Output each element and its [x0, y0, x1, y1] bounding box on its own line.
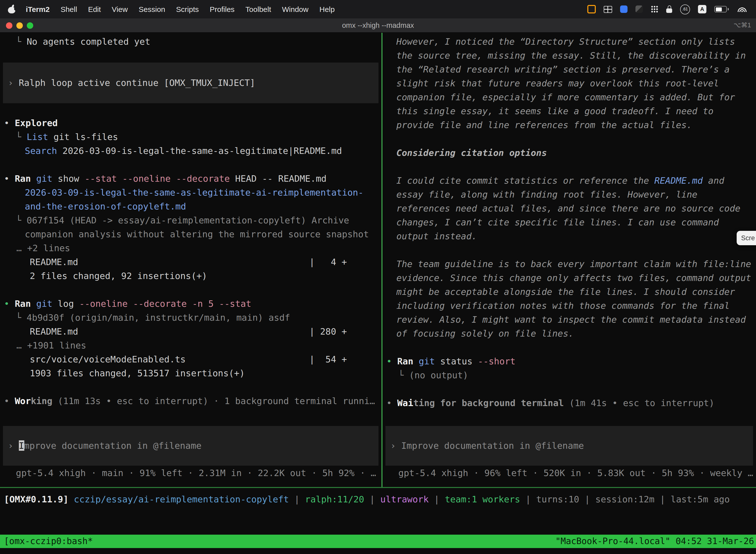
- menu-item-iterm2[interactable]: iTerm2: [20, 5, 55, 13]
- grid-icon[interactable]: [604, 6, 612, 13]
- text-segment: |: [579, 494, 595, 504]
- text-segment: output instead.: [396, 231, 477, 241]
- text-segment: --short: [478, 356, 516, 366]
- text-segment: the source tree, missing the essay. Stil…: [396, 50, 746, 61]
- prompt-input[interactable]: › Improve documentation in @filename: [385, 426, 753, 466]
- gauge-icon[interactable]: .61: [680, 4, 690, 14]
- text-segment: └ (no output): [398, 370, 468, 380]
- battery-icon[interactable]: [714, 6, 727, 12]
- text-segment: The team guideline is to back every impo…: [396, 259, 751, 269]
- minimize-button[interactable]: [16, 22, 23, 29]
- omx-status-line: [OMX#0.11.9] cczip/essay/ai-reimplementa…: [4, 492, 756, 506]
- terminal-line: └ 4b9d30f (origin/main, instructkr/main,…: [4, 311, 381, 325]
- menu-item-view[interactable]: View: [107, 5, 133, 13]
- menu-item-profiles[interactable]: Profiles: [204, 5, 240, 13]
- terminal-line: [4, 380, 381, 394]
- iterm2-window: iTerm2ShellEditViewSessionScriptsProfile…: [0, 0, 756, 554]
- text-segment: ting for background terminal: [413, 398, 564, 408]
- text-segment: •: [4, 298, 15, 309]
- text-segment: --oneline --decorate -n 5 --stat: [79, 298, 252, 309]
- menu-item-toolbelt[interactable]: Toolbelt: [240, 5, 276, 13]
- prompt-input[interactable]: › Improve documentation in @filename: [3, 426, 378, 466]
- terminal-line: 2 files changed, 92 insertions(+): [4, 269, 381, 283]
- text-segment: references need actual files, and since …: [396, 203, 740, 214]
- text-segment: List: [26, 131, 48, 142]
- menu-item-scripts[interactable]: Scripts: [171, 5, 204, 13]
- terminal-line: • Ran git log --oneline --decorate -n 5 …: [4, 297, 381, 311]
- text-segment: git: [36, 298, 52, 309]
- text-segment: king: [31, 396, 52, 406]
- left-terminal-pane[interactable]: └ No agents completed yet› Ralph loop ac…: [0, 33, 381, 487]
- text-segment: Considering citation options: [396, 148, 547, 158]
- zoom-button[interactable]: [27, 22, 33, 29]
- apps-grid-icon[interactable]: [651, 5, 658, 13]
- text-segment: mprove documentation in @filename: [24, 440, 201, 451]
- text-segment: Ran: [15, 173, 31, 184]
- text-segment: status: [435, 356, 478, 366]
- waiting-status: • Waiting for background terminal (1m 41…: [386, 396, 756, 410]
- terminal-line: might be acceptable alongside the file l…: [386, 285, 756, 299]
- wifi-icon[interactable]: [737, 6, 747, 12]
- terminal-line: essay file, along with finding root file…: [386, 188, 756, 202]
- text-segment: 2026-03-09-is-legal-the-same-as-legitima…: [57, 146, 342, 156]
- text-segment: HEAD -- README.md: [230, 173, 326, 184]
- text-segment: ultrawork: [380, 494, 429, 504]
- text-segment: 1903 files changed, 513517 insertions(+): [30, 368, 245, 378]
- terminal-line: [386, 132, 756, 146]
- window-shortcut-hint: ⌥⌘1: [734, 18, 751, 32]
- text-segment: •: [386, 398, 397, 408]
- terminal-line: including verification notes with those …: [386, 299, 756, 313]
- raycast-icon[interactable]: [620, 5, 628, 13]
- text-segment: No agents completed yet: [26, 36, 150, 47]
- terminal-line: slight risk that future readers may over…: [386, 76, 756, 90]
- text-segment: … +2 lines: [16, 243, 70, 253]
- right-terminal-pane[interactable]: However, I noticed the “Directory Struct…: [382, 33, 756, 487]
- apple-icon[interactable]: [8, 5, 16, 13]
- terminal-line: review. Also, I might want to inspect th…: [386, 313, 756, 327]
- text-segment: essay file, along with finding root file…: [396, 189, 697, 200]
- text-segment: git: [419, 356, 435, 366]
- text-segment: gpt-5.4 xhigh · 96% left · 520K in · 5.8…: [398, 467, 753, 478]
- menu-item-shell[interactable]: Shell: [55, 5, 82, 13]
- shortcuts-icon[interactable]: [635, 5, 643, 13]
- lock-icon[interactable]: [666, 5, 672, 13]
- tmux-panes: └ No agents completed yet› Ralph loop ac…: [0, 33, 756, 487]
- terminal-line: [386, 382, 756, 396]
- terminal-line: … +2 lines: [4, 241, 381, 255]
- text-segment: └: [16, 36, 26, 47]
- text-segment: •: [4, 396, 15, 406]
- text-segment: Ran: [15, 298, 31, 309]
- box-text: › Improve documentation in @filename: [3, 439, 378, 453]
- text-segment: show: [52, 173, 84, 184]
- menu-status-icons: .61A: [583, 4, 751, 14]
- session-status-line: gpt-5.4 xhigh · main · 91% left · 2.31M …: [4, 466, 381, 480]
- text-segment: evidence. Since this change only affects…: [396, 273, 751, 283]
- text-segment: --stat --oneline --decorate: [84, 173, 230, 184]
- text-segment: [31, 173, 36, 184]
- menu-item-edit[interactable]: Edit: [82, 5, 107, 13]
- menu-item-session[interactable]: Session: [133, 5, 171, 13]
- text-segment: [413, 356, 419, 366]
- terminal-line: └ (no output): [386, 368, 756, 382]
- text-segment: 2 files changed, 92 insertions(+): [30, 271, 207, 281]
- text-segment: Explored: [15, 118, 58, 128]
- menu-item-window[interactable]: Window: [276, 5, 314, 13]
- text-segment: log: [52, 298, 79, 309]
- input-source-icon[interactable]: A: [698, 5, 706, 13]
- terminal-line: 1903 files changed, 513517 insertions(+): [4, 366, 381, 380]
- menu-item-help[interactable]: Help: [314, 5, 340, 13]
- screen-overlay-button[interactable]: Scre: [737, 231, 756, 245]
- window-title-bar[interactable]: omx --xhigh --madmax ⌥⌘1: [0, 18, 756, 33]
- text-segment: including verification notes with those …: [396, 300, 730, 311]
- text-segment: src/voice/voiceModeEnabled.ts | 54 +: [30, 354, 347, 365]
- text-segment: of focusing solely on file lines.: [396, 328, 574, 339]
- close-button[interactable]: [6, 22, 12, 29]
- terminal-line: [386, 160, 756, 174]
- text-segment: slight risk that future readers may over…: [396, 78, 719, 88]
- text-segment: team:1 workers: [445, 494, 520, 504]
- text-segment: gpt-5.4 xhigh · main · 91% left · 2.31M …: [16, 467, 376, 478]
- terminal-line: and-the-erosion-of-copyleft.md: [4, 200, 381, 214]
- ralph-loop-banner[interactable]: › Ralph loop active continue [OMX_TMUX_I…: [3, 63, 378, 103]
- text-segment: changes, I can’t cite specific file line…: [396, 217, 719, 227]
- screen-recording-icon[interactable]: [587, 5, 596, 13]
